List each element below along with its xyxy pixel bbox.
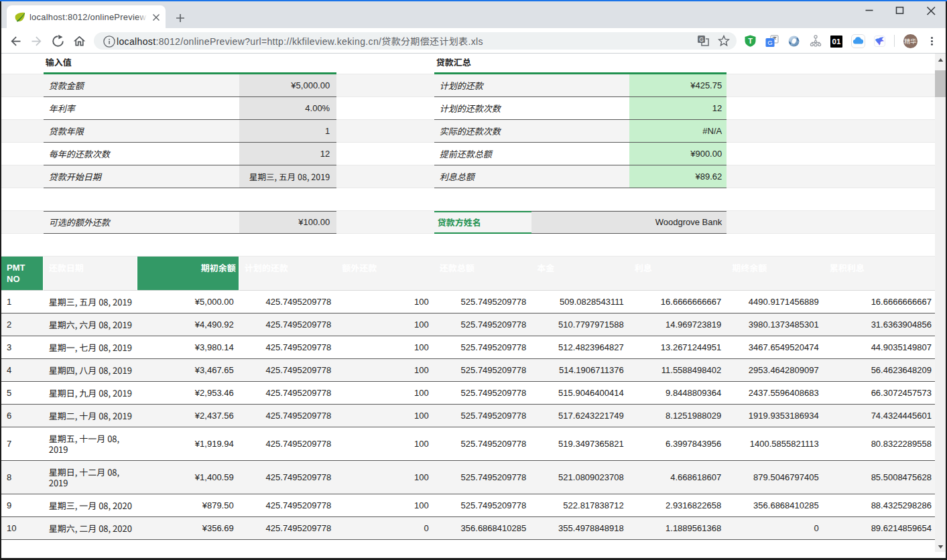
svg-text:T: T — [748, 37, 753, 45]
svg-text:G: G — [767, 39, 772, 46]
svg-text:G: G — [699, 36, 704, 43]
svg-text:01: 01 — [832, 38, 841, 46]
